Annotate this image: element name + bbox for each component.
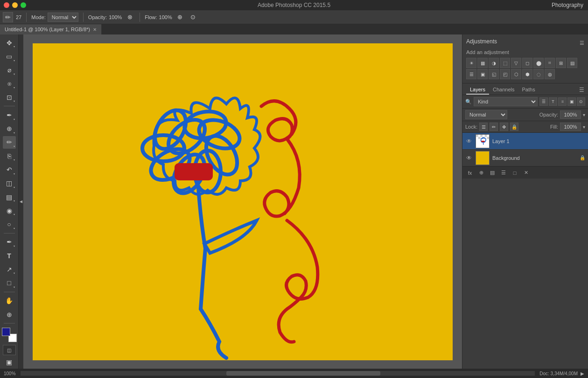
scroll-thumb[interactable]: [226, 371, 381, 376]
zoom-tool[interactable]: ⊕: [3, 308, 16, 321]
doc-tab-close[interactable]: ✕: [93, 27, 97, 32]
text-tool[interactable]: T: [3, 249, 16, 262]
color-balance-icon[interactable]: ⬤: [533, 58, 544, 68]
adjustments-menu[interactable]: ☰: [580, 40, 584, 46]
solid-fill-icon[interactable]: ◍: [545, 69, 555, 79]
tab-paths[interactable]: Paths: [518, 85, 539, 95]
filter-icons: ☰ T ⌗ ▣ ⊙: [539, 97, 585, 106]
dodge-tool[interactable]: ○▾: [3, 218, 16, 230]
new-layer-button[interactable]: □: [510, 168, 519, 178]
invert-icon[interactable]: ▣: [477, 69, 488, 79]
svg-rect-13: [480, 135, 483, 137]
brush-tool-icon[interactable]: ✏: [3, 12, 13, 22]
opacity-arrow[interactable]: ▾: [583, 112, 585, 117]
curves-icon[interactable]: ◑: [489, 58, 499, 68]
shape-tool[interactable]: □▾: [3, 276, 16, 289]
layer-visibility-toggle[interactable]: 👁: [465, 154, 473, 162]
lock-all-icon[interactable]: 🔒: [510, 123, 518, 131]
threshold-icon[interactable]: ◰: [500, 69, 510, 79]
pixel-filter-icon[interactable]: ☰: [539, 97, 548, 106]
color-lookup-icon[interactable]: ☰: [466, 69, 476, 79]
healing-tool[interactable]: ⊕▾: [3, 123, 16, 135]
layer-lock-icon: 🔒: [580, 155, 585, 160]
crop-tool[interactable]: ⊡▾: [3, 91, 16, 103]
add-mask-button[interactable]: ⊕: [476, 168, 486, 178]
lasso-tool[interactable]: ⌀▾: [3, 64, 16, 76]
layer-group-button[interactable]: ☰: [499, 168, 508, 178]
document-tab[interactable]: Untitled-1 @ 100% (Layer 1, RGB/8*) ✕: [0, 24, 102, 34]
workspace-label[interactable]: Photography: [552, 2, 583, 8]
tab-layers[interactable]: Layers: [466, 85, 489, 95]
levels-icon[interactable]: ▦: [477, 58, 488, 68]
symmetry-toggle[interactable]: ⊙: [188, 12, 198, 22]
pen-tool[interactable]: ✒▾: [3, 236, 16, 248]
eraser-tool[interactable]: ◫▾: [3, 177, 16, 190]
fill-arrow[interactable]: ▾: [583, 124, 585, 130]
text-filter-icon[interactable]: ⌗: [558, 97, 567, 106]
gradient-tool[interactable]: ▤▾: [3, 191, 16, 203]
selective-color-icon[interactable]: ⬢: [522, 69, 532, 79]
canvas[interactable]: [33, 43, 453, 360]
fill-row: Fill: ▾: [550, 123, 585, 131]
layer-visibility-toggle[interactable]: 👁: [465, 137, 473, 145]
photo-filter-icon[interactable]: ⊞: [556, 58, 566, 68]
close-button[interactable]: [4, 2, 9, 8]
blend-mode-select[interactable]: Normal: [465, 110, 507, 119]
brush-tool[interactable]: ✏▾: [3, 136, 16, 149]
canvas-container[interactable]: [23, 34, 462, 369]
shape-filter-icon[interactable]: ▣: [567, 97, 576, 106]
more-info-arrow[interactable]: ▶: [581, 371, 584, 376]
kind-select[interactable]: Kind: [474, 97, 538, 106]
layers-filter-row: 🔍 Kind ☰ T ⌗ ▣ ⊙: [462, 95, 588, 109]
brush-size-display[interactable]: 27: [16, 14, 21, 20]
tab-channels[interactable]: Channels: [489, 85, 518, 95]
opacity-row: Opacity: ▾: [539, 110, 585, 119]
history-brush-tool[interactable]: ↶▾: [3, 163, 16, 176]
mode-select[interactable]: Normal: [48, 13, 78, 22]
quick-select-tool[interactable]: ⍟▾: [3, 77, 16, 90]
move-tool[interactable]: ✥▾: [3, 36, 16, 49]
smart-filter-icon[interactable]: ⊙: [577, 97, 585, 106]
add-adjustment-label: Add an adjustment: [466, 49, 584, 55]
posterize-icon[interactable]: ◱: [489, 69, 499, 79]
collapse-handle[interactable]: ◀: [19, 34, 23, 369]
horizontal-scrollbar[interactable]: [21, 371, 535, 376]
vibrance-icon[interactable]: ▽: [511, 58, 521, 68]
stamp-tool[interactable]: ⎘▾: [3, 150, 16, 162]
path-select-tool[interactable]: ↗▾: [3, 263, 16, 275]
exposure-icon[interactable]: ⬚: [500, 58, 510, 68]
add-adjustment-button[interactable]: ▤: [488, 168, 497, 178]
screen-mode-btn[interactable]: ▣: [3, 356, 16, 369]
lock-move-icon[interactable]: ✥: [500, 123, 508, 131]
lock-transparent-icon[interactable]: ☰: [479, 123, 488, 131]
pattern-fill-icon[interactable]: ◌: [533, 69, 544, 79]
eyedropper-tool[interactable]: ✒▾: [3, 109, 16, 121]
hand-tool[interactable]: ✋: [3, 295, 16, 307]
layer-item[interactable]: 👁 Background 🔒: [462, 150, 588, 166]
layers-panel: Layers Channels Paths ☰ 🔍 Kind ☰ T ⌗ ▣ ⊙: [462, 83, 588, 369]
opacity-input[interactable]: [560, 110, 581, 119]
adj-filter-icon[interactable]: T: [549, 97, 557, 106]
hue-saturation-icon[interactable]: ◻: [522, 58, 532, 68]
foreground-color-swatch[interactable]: [2, 328, 10, 336]
layer-item[interactable]: 👁: [462, 133, 588, 150]
brightness-contrast-icon[interactable]: ☀: [466, 58, 476, 68]
zoom-level: 100%: [4, 371, 16, 376]
minimize-button[interactable]: [12, 2, 18, 8]
lock-image-icon[interactable]: ✏: [490, 123, 498, 131]
gradient-map-icon[interactable]: ⬡: [511, 69, 521, 79]
channel-mixer-icon[interactable]: ▤: [567, 58, 577, 68]
color-swatches[interactable]: [2, 328, 17, 342]
fill-input[interactable]: [560, 123, 581, 131]
delete-layer-button[interactable]: ✕: [521, 168, 531, 178]
layers-panel-menu[interactable]: ☰: [579, 87, 584, 93]
svg-rect-12: [476, 135, 478, 137]
quick-mask-toggle[interactable]: ◫: [3, 345, 16, 355]
airbrush-toggle[interactable]: ⊕: [175, 12, 185, 22]
marquee-tool[interactable]: ▭▾: [3, 50, 16, 62]
layer-fx-button[interactable]: fx: [465, 168, 475, 178]
opacity-toggle[interactable]: ⊗: [125, 12, 135, 22]
blur-tool[interactable]: ◉▾: [3, 204, 16, 217]
black-white-icon[interactable]: ⌗: [545, 58, 555, 68]
maximize-button[interactable]: [21, 2, 26, 8]
